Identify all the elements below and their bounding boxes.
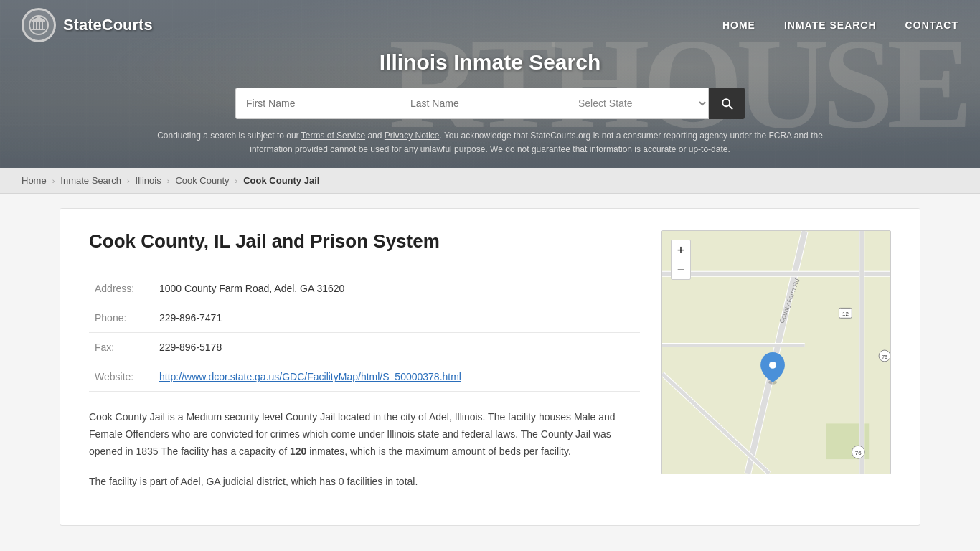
info-table: Address: 1000 County Farm Road, Adel, GA… <box>89 274 640 392</box>
map-zoom-controls: + − <box>671 240 691 280</box>
breadcrumb-sep-2: › <box>127 176 130 185</box>
main-wrapper: Cook County, IL Jail and Prison System A… <box>38 194 942 540</box>
phone-label: Phone: <box>89 303 154 333</box>
website-link[interactable]: http://www.dcor.state.ga.us/GDC/Facility… <box>159 371 461 382</box>
breadcrumb-sep-4: › <box>235 176 238 185</box>
facility-title: Cook County, IL Jail and Prison System <box>89 230 640 253</box>
nav-home[interactable]: HOME <box>722 19 755 31</box>
content-card: Cook County, IL Jail and Prison System A… <box>60 208 920 525</box>
breadcrumb-cook-county[interactable]: Cook County <box>175 175 229 186</box>
address-value: 1000 County Farm Road, Adel, GA 31620 <box>154 274 640 303</box>
description-2: The facility is part of Adel, GA judicia… <box>89 474 640 491</box>
content-right: + − <box>661 230 891 503</box>
svg-text:76: 76 <box>855 450 862 456</box>
website-label: Website: <box>89 362 154 392</box>
map-container: + − <box>661 230 891 474</box>
phone-value: 229-896-7471 <box>154 303 640 333</box>
search-bar: Select State <box>203 88 777 119</box>
content-left: Cook County, IL Jail and Prison System A… <box>89 230 640 503</box>
fax-value: 229-896-5178 <box>154 333 640 362</box>
logo-icon <box>22 8 56 42</box>
svg-text:76: 76 <box>882 354 887 359</box>
map-svg: County Farm Rd 12 76 76 <box>662 231 890 474</box>
navbar: StateCourts HOME INMATE SEARCH CONTACT <box>0 0 980 50</box>
breadcrumb-current: Cook County Jail <box>243 175 319 186</box>
search-button[interactable] <box>709 88 745 119</box>
svg-rect-1 <box>33 22 34 29</box>
breadcrumb-inmate-search[interactable]: Inmate Search <box>60 175 121 186</box>
capacity-value: 120 <box>290 446 306 457</box>
state-select[interactable]: Select State <box>565 88 709 119</box>
svg-rect-6 <box>32 20 45 22</box>
logo-link[interactable]: StateCourts <box>22 8 153 42</box>
last-name-input[interactable] <box>400 88 565 119</box>
website-row: Website: http://www.dcor.state.ga.us/GDC… <box>89 362 640 392</box>
svg-point-29 <box>769 362 776 369</box>
nav-inmate-search[interactable]: INMATE SEARCH <box>784 19 877 31</box>
breadcrumb-illinois[interactable]: Illinois <box>136 175 161 186</box>
svg-rect-2 <box>36 22 37 29</box>
privacy-link[interactable]: Privacy Notice <box>385 131 440 141</box>
svg-rect-3 <box>39 22 40 29</box>
zoom-in-button[interactable]: + <box>671 240 691 260</box>
logo-text: StateCourts <box>63 16 153 34</box>
breadcrumb: Home › Inmate Search › Illinois › Cook C… <box>0 168 980 194</box>
nav-contact[interactable]: CONTACT <box>905 19 958 31</box>
terms-link[interactable]: Terms of Service <box>301 131 365 141</box>
hero-title: Illinois Inmate Search <box>0 50 980 75</box>
description-1: Cook County Jail is a Medium security le… <box>89 409 640 460</box>
breadcrumb-sep-3: › <box>167 176 170 185</box>
breadcrumb-home[interactable]: Home <box>22 175 47 186</box>
svg-rect-4 <box>42 22 43 29</box>
website-value: http://www.dcor.state.ga.us/GDC/Facility… <box>154 362 640 392</box>
disclaimer: Conducting a search is subject to our Te… <box>131 129 849 168</box>
search-icon <box>720 96 734 110</box>
first-name-input[interactable] <box>235 88 400 119</box>
address-label: Address: <box>89 274 154 303</box>
address-row: Address: 1000 County Farm Road, Adel, GA… <box>89 274 640 303</box>
zoom-out-button[interactable]: − <box>671 260 691 280</box>
svg-rect-5 <box>32 29 45 30</box>
svg-text:12: 12 <box>842 311 849 318</box>
breadcrumb-sep-1: › <box>52 176 55 185</box>
fax-row: Fax: 229-896-5178 <box>89 333 640 362</box>
phone-row: Phone: 229-896-7471 <box>89 303 640 333</box>
nav-links: HOME INMATE SEARCH CONTACT <box>722 19 958 31</box>
fax-label: Fax: <box>89 333 154 362</box>
